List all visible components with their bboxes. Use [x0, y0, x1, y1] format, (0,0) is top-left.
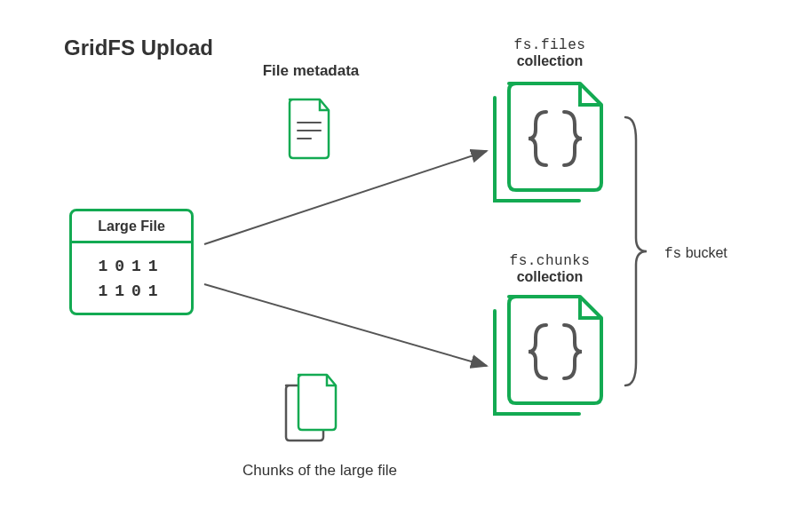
files-collection-sub: collection: [488, 53, 612, 69]
large-file-body: 1011 1101: [72, 243, 191, 314]
files-collection-name: fs.files: [488, 37, 612, 53]
diagram-title: GridFS Upload: [64, 36, 213, 60]
bits-row-1: 1011: [98, 258, 164, 274]
bucket-prefix: fs: [664, 246, 681, 262]
chunks-icon: [282, 373, 341, 444]
metadata-label: File metadata: [240, 62, 382, 80]
bits-row-2: 1101: [98, 283, 164, 299]
chunks-label: Chunks of the large file: [227, 462, 413, 480]
chunks-collection-icon: [493, 293, 607, 417]
document-icon: [284, 98, 334, 160]
bucket-label: fs bucket: [664, 245, 727, 262]
chunks-collection-label: fs.chunks collection: [488, 253, 612, 285]
large-file-label: Large File: [72, 211, 191, 243]
chunks-collection-name: fs.chunks: [488, 253, 612, 269]
large-file-box: Large File 1011 1101: [69, 209, 194, 315]
chunks-collection-sub: collection: [488, 269, 612, 285]
files-collection-icon: [493, 80, 607, 204]
bucket-word-text: bucket: [686, 245, 727, 260]
bucket-brace-icon: [624, 114, 648, 389]
arrow-to-chunks: [204, 284, 487, 366]
diagram-canvas: GridFS Upload Large File 1011 1101 File …: [0, 0, 787, 532]
arrow-to-files: [204, 151, 487, 244]
files-collection-label: fs.files collection: [488, 37, 612, 69]
